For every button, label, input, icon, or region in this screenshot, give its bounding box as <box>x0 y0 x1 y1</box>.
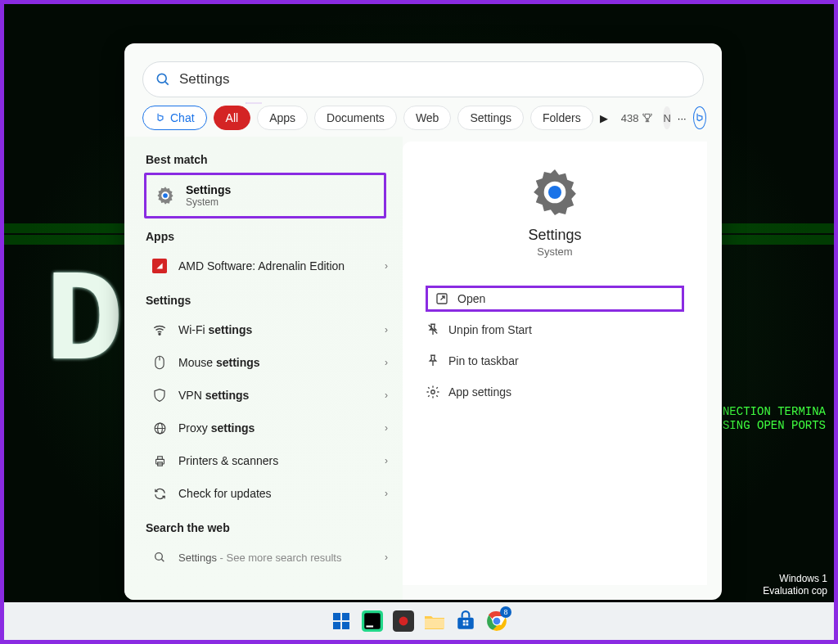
svg-rect-32 <box>425 619 444 628</box>
svg-point-31 <box>399 617 408 626</box>
chevron-right-icon: › <box>385 357 388 368</box>
user-avatar[interactable]: N <box>663 106 670 129</box>
chevron-right-icon: › <box>385 390 388 401</box>
windows-icon <box>331 611 351 631</box>
section-web: Search the web <box>146 521 403 534</box>
svg-rect-33 <box>457 618 474 629</box>
svg-rect-24 <box>342 613 349 620</box>
best-match-title: Settings <box>186 183 231 196</box>
web-search-more[interactable]: Settings - See more search results › <box>146 541 403 574</box>
chat-chip[interactable]: Chat <box>142 106 207 130</box>
start-search-panel: Chat All Apps Documents Web Settings Fol… <box>124 43 722 600</box>
svg-point-22 <box>431 390 435 394</box>
svg-point-0 <box>157 74 166 83</box>
printer-icon <box>151 452 169 470</box>
svg-rect-36 <box>463 624 466 626</box>
chevron-right-icon: › <box>385 324 388 336</box>
refresh-icon <box>151 484 169 502</box>
svg-rect-25 <box>333 622 340 629</box>
preview-subtitle: System <box>537 245 572 258</box>
preview-pane: Settings System Open Unpin from Start Pi… <box>403 142 707 585</box>
gear-icon-large <box>529 166 581 218</box>
bing-icon[interactable] <box>693 106 706 129</box>
gear-icon <box>426 385 440 399</box>
svg-point-17 <box>155 553 163 561</box>
setting-updates[interactable]: Check for updates › <box>146 477 403 510</box>
svg-point-20 <box>548 186 561 199</box>
setting-wifi[interactable]: Wi-Fi settings › <box>146 313 403 346</box>
taskbar-app-pycharm[interactable] <box>360 609 385 633</box>
chevron-right-icon: › <box>385 260 388 272</box>
svg-rect-34 <box>463 620 466 623</box>
svg-point-8 <box>159 333 160 335</box>
setting-proxy[interactable]: Proxy settings › <box>146 412 403 444</box>
search-input[interactable] <box>179 71 692 88</box>
setting-mouse[interactable]: Mouse settings › <box>146 346 403 379</box>
filter-all[interactable]: All <box>214 106 251 130</box>
setting-printers[interactable]: Printers & scanners › <box>146 444 403 477</box>
search-icon <box>155 71 171 88</box>
app-result-amd[interactable]: AMD Software: Adrenalin Edition › <box>146 250 403 282</box>
shield-icon <box>151 386 169 404</box>
amd-icon <box>151 257 169 275</box>
pin-icon <box>426 354 440 368</box>
svg-rect-15 <box>157 456 162 459</box>
watermark: Windows 1 Evaluation cop <box>763 573 827 597</box>
svg-point-40 <box>493 618 501 625</box>
section-best-match: Best match <box>146 153 403 166</box>
taskbar-app-explorer[interactable] <box>422 609 447 633</box>
taskbar-app-settings[interactable] <box>391 609 416 633</box>
setting-vpn[interactable]: VPN settings › <box>146 379 403 412</box>
taskbar[interactable]: 8 <box>4 602 834 640</box>
search-icon <box>151 548 169 566</box>
action-open[interactable]: Open <box>426 286 684 312</box>
mouse-icon <box>151 354 169 372</box>
filter-bar: Chat All Apps Documents Web Settings Fol… <box>124 106 722 137</box>
filter-apps[interactable]: Apps <box>257 106 308 130</box>
badge-count: 8 <box>500 606 511 618</box>
svg-point-6 <box>163 193 168 198</box>
svg-rect-23 <box>333 613 340 620</box>
desktop-background: D D CONNECTION TERMINA CLOSING OPEN PORT… <box>4 4 834 640</box>
action-unpin-start[interactable]: Unpin from Start <box>426 317 684 343</box>
svg-line-18 <box>161 559 164 561</box>
svg-rect-37 <box>466 624 469 626</box>
best-match-item[interactable]: Settings System <box>144 173 386 218</box>
action-pin-taskbar[interactable]: Pin to taskbar <box>426 348 684 374</box>
svg-marker-3 <box>246 103 246 104</box>
filter-settings[interactable]: Settings <box>457 106 524 130</box>
filter-web[interactable]: Web <box>403 106 452 130</box>
bing-chat-icon <box>155 112 166 124</box>
chevron-right-icon: › <box>385 422 388 434</box>
action-app-settings[interactable]: App settings <box>426 379 684 405</box>
more-filters-arrow-icon[interactable]: ▶ <box>600 106 608 129</box>
svg-rect-14 <box>155 459 164 464</box>
unpin-icon <box>426 322 440 337</box>
open-icon <box>435 291 449 306</box>
taskbar-app-store[interactable] <box>453 609 478 633</box>
best-match-subtitle: System <box>186 196 231 208</box>
globe-icon <box>151 419 169 437</box>
search-bar[interactable] <box>142 61 704 97</box>
chevron-right-icon: › <box>385 488 388 499</box>
start-button[interactable] <box>329 609 354 633</box>
taskbar-app-chrome[interactable]: 8 <box>484 609 509 633</box>
svg-rect-26 <box>342 622 349 629</box>
filter-folders[interactable]: Folders <box>530 106 593 130</box>
section-apps: Apps <box>146 230 403 243</box>
section-settings: Settings <box>146 294 403 307</box>
filter-documents[interactable]: Documents <box>314 106 397 130</box>
trophy-icon <box>642 112 653 124</box>
more-options-icon[interactable]: ··· <box>678 106 687 129</box>
svg-line-1 <box>165 82 169 85</box>
chevron-right-icon: › <box>385 552 388 563</box>
svg-rect-29 <box>366 625 373 627</box>
gear-icon <box>155 185 176 206</box>
svg-rect-35 <box>466 620 469 623</box>
search-results: Best match Settings System Apps AMD Soft… <box>124 137 403 600</box>
wifi-icon <box>151 321 169 339</box>
rewards-points[interactable]: 438 <box>621 112 654 124</box>
chevron-right-icon: › <box>385 455 388 466</box>
preview-title: Settings <box>528 227 581 244</box>
